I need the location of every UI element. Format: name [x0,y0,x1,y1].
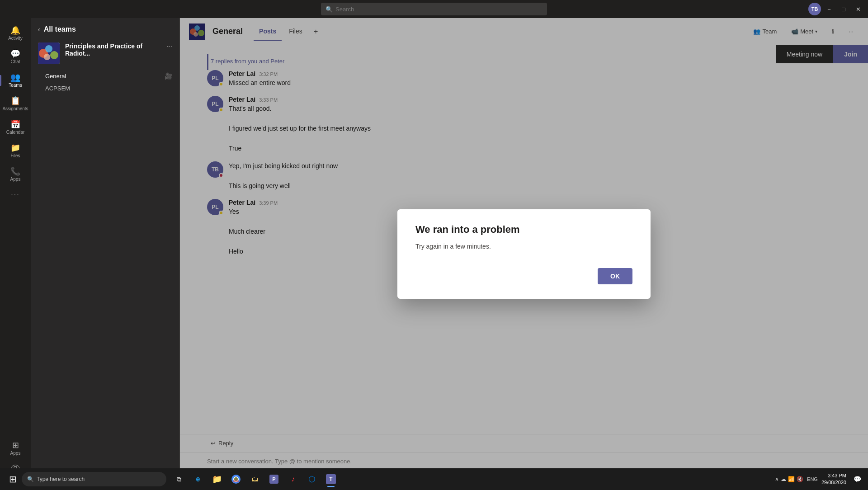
cloud-icon: ☁ [781,476,786,482]
maximize-button[interactable]: □ [837,3,850,15]
main-content: General Posts Files + 👥 Team 📹 Meet ▾ ℹ [180,18,868,490]
taskbar-start-button[interactable]: ⊞ [4,470,22,488]
clock-time: 3:43 PM [821,472,846,479]
channel-name-acpsem: ACPSEM [45,85,70,92]
team-more-button[interactable]: ··· [166,42,172,51]
taskbar-search-placeholder: Type here to search [37,476,85,482]
more-icon: ··· [11,191,19,199]
dialog-ok-button[interactable]: OK [598,268,632,284]
taskbar-search-icon: 🔍 [27,476,34,482]
dialog-actions: OK [415,268,632,284]
teams-icon: 👥 [10,73,20,81]
title-bar-right: TB − □ ✕ [808,3,868,15]
svg-point-4 [44,54,50,60]
volume-icon[interactable]: 🔇 [797,476,803,482]
search-icon: 🔍 [326,6,333,13]
taskbar-search-bar[interactable]: 🔍 Type here to search [22,472,166,486]
channel-name-general: General [45,73,66,80]
clock-date: 29/08/2020 [821,479,846,486]
taskbar-right: ∧ ☁ 📶 🔇 ENG 3:43 PM 29/08/2020 💬 [771,472,864,486]
minimize-button[interactable]: − [823,3,835,15]
close-button[interactable]: ✕ [852,3,864,15]
files-icon: 📁 [10,144,20,152]
sidebar-item-assignments[interactable]: 📋 Assignments [0,92,31,116]
taskbar-file-manager[interactable]: 🗂 [246,470,264,488]
taskbar-itunes[interactable]: ♪ [284,470,302,488]
app-container: 🔔 Activity 💬 Chat 👥 Teams 📋 Assignments … [0,18,868,490]
notification-button[interactable]: 💬 [850,472,864,486]
sidebar-item-chat[interactable]: 💬 Chat [0,45,31,69]
sidebar-item-calendar[interactable]: 📅 Calendar [0,116,31,139]
chrome-icon [231,475,241,484]
back-button[interactable]: ‹ [38,26,40,33]
taskbar-apps: ⧉ e 📁 🗂 P ♪ ⬡ T [170,470,771,488]
taskbar-clock[interactable]: 3:43 PM 29/08/2020 [821,472,846,486]
svg-point-2 [45,45,52,52]
svg-point-3 [50,51,58,59]
taskbar-task-view[interactable]: ⧉ [170,470,188,488]
channel-item-general[interactable]: General 🎥 [31,70,179,82]
dialog-title: We ran into a problem [415,224,632,236]
sidebar-label-apps: Apps [10,451,21,456]
sidebar-label-teams: Teams [9,83,22,88]
sidebar-label-activity: Activity [8,36,23,41]
modal-overlay: We ran into a problem Try again in a few… [180,18,868,490]
sidebar-more[interactable]: ··· [0,186,31,203]
taskbar-chrome[interactable] [227,470,245,488]
language-indicator: ENG [807,476,818,482]
sidebar-item-activity[interactable]: 🔔 Activity [0,22,31,45]
teams-panel: ‹ All teams Principles and Practice of R… [31,18,180,490]
taskbar-edge-old[interactable]: e [189,470,207,488]
chevron-up-icon[interactable]: ∧ [775,476,779,482]
sidebar-label-assignments: Assignments [2,106,28,111]
taskbar-file-explorer[interactable]: 📁 [208,470,226,488]
taskbar-system-icons: ∧ ☁ 📶 🔇 [775,476,803,482]
chat-icon: 💬 [10,50,20,58]
calendar-icon: 📅 [10,120,20,128]
team-avatar-image [38,42,60,64]
channel-item-acpsem[interactable]: ACPSEM [31,82,179,94]
dialog-message: Try again in a few minutes. [415,243,632,250]
apps-icon: ⊞ [12,441,19,449]
taskbar-teams[interactable]: T [322,470,340,488]
title-bar: 🔍 TB − □ ✕ [0,0,868,18]
team-info: Principles and Practice of Radiot... [65,42,161,58]
sidebar-item-files[interactable]: 📁 Files [0,139,31,163]
error-dialog: We ran into a problem Try again in a few… [397,209,651,299]
team-avatar [38,42,60,64]
sidebar-item-calls[interactable]: 📞 Apps [0,163,31,186]
calls-icon: 📞 [10,167,20,175]
activity-icon: 🔔 [10,26,20,34]
user-avatar[interactable]: TB [808,3,821,15]
search-input[interactable] [335,6,542,13]
teams-panel-header: ‹ All teams [31,18,179,37]
taskbar: ⊞ 🔍 Type here to search ⧉ e 📁 🗂 P ♪ ⬡ T … [0,468,868,490]
taskbar-edge-new[interactable]: ⬡ [303,470,321,488]
sidebar-label-chat: Chat [10,59,20,64]
global-search-bar[interactable]: 🔍 [321,3,547,15]
sidebar-label-files: Files [10,153,20,158]
sidebar-label-calls: Apps [10,177,21,182]
sidebar-item-apps[interactable]: ⊞ Apps [0,437,31,460]
assignments-icon: 📋 [10,97,20,105]
sidebar-item-teams[interactable]: 👥 Teams [0,69,31,92]
channel-video-icon: 🎥 [165,72,172,80]
team-name: Principles and Practice of Radiot... [65,42,161,57]
sidebar-label-calendar: Calendar [6,130,25,135]
all-teams-title: All teams [44,25,76,33]
nav-sidebar: 🔔 Activity 💬 Chat 👥 Teams 📋 Assignments … [0,18,31,490]
taskbar-app-purple[interactable]: P [265,470,283,488]
network-icon: 📶 [788,476,795,482]
team-item[interactable]: Principles and Practice of Radiot... ··· [31,37,179,70]
